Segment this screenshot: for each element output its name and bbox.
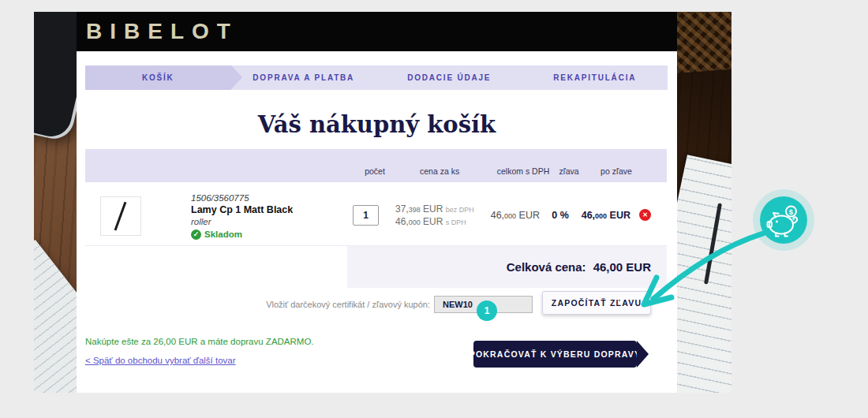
discount-cell: 0 % (542, 210, 578, 221)
continue-button-label: POKRAČOVAŤ K VÝBERU DOPRAVY (470, 349, 642, 359)
unit-price-ex-vat: 37,398 EUR bez DPH (395, 203, 474, 216)
brand-logo[interactable]: BIBELOT (86, 12, 238, 51)
header-unit-price: cena za ks (420, 166, 459, 176)
quantity-input[interactable] (353, 205, 379, 226)
stock-label: Skladom (204, 229, 242, 241)
step-label: DOPRAVA A PLATBA (253, 73, 354, 82)
remove-item-icon[interactable]: ✕ (639, 209, 651, 221)
product-thumbnail[interactable] (100, 196, 141, 236)
free-shipping-note: Nakúpte ešte za 26,00 EUR a máte dopravu… (85, 337, 314, 346)
continue-to-shipping-button[interactable]: POKRAČOVAŤ K VÝBERU DOPRAVY (473, 341, 637, 368)
step-label: KOŠÍK (142, 73, 174, 82)
step-label: DODACIE ÚDAJE (407, 73, 491, 82)
total-inc-vat-cell: 46,000 EUR (467, 210, 540, 221)
header-quantity: počet (351, 166, 398, 176)
step-doprava-a-platba[interactable]: DOPRAVA A PLATBA (231, 65, 377, 90)
header-after-discount: po zľave (585, 166, 648, 176)
back-to-shop-link[interactable]: < Späť do obchodu vybrať ďalší tovar (85, 356, 236, 365)
product-sku: 1506/3560775 (191, 192, 293, 204)
step-rekapitulacia[interactable]: REKAPITULÁCIA (522, 65, 668, 90)
step-dodacie-udaje[interactable]: DODACIE ÚDAJE (376, 65, 522, 90)
total-label: Celková cena: (507, 260, 586, 274)
check-icon: ✓ (191, 230, 201, 240)
annotation-badge: 1 (477, 300, 497, 321)
step-kosik[interactable]: KOŠÍK (85, 65, 231, 90)
total-value: 46,00 EUR (593, 260, 651, 274)
step-label: REKAPITULÁCIA (553, 73, 636, 82)
page-title: Váš nákupný košík (77, 110, 677, 139)
screenshot-stage: BIBELOT KOŠÍK DOPRAVA A PLATBA DODACIE Ú… (0, 0, 868, 418)
checkout-steps: KOŠÍK DOPRAVA A PLATBA DODACIE ÚDAJE REK… (85, 65, 668, 90)
pen-product-image (114, 202, 126, 231)
cart-table-header: počet cena za ks celkom s DPH zľava po z… (85, 149, 667, 182)
product-name[interactable]: Lamy Cp 1 Matt Black (191, 204, 293, 216)
unit-price-cell: 37,398 EUR bez DPH 46,000 EUR s DPH (395, 203, 474, 228)
unit-price-inc-vat: 46,000 EUR s DPH (395, 216, 474, 229)
piggy-bank-icon: $ (760, 196, 807, 244)
coupon-label: Vložiť darčekový certifikát / zľavový ku… (195, 300, 430, 309)
apply-discount-button[interactable]: ZAPOČÍTAŤ ZĽAVU (542, 291, 651, 315)
svg-text:$: $ (789, 207, 794, 216)
cart-total: Celková cena:46,00 EUR (347, 246, 667, 288)
cart-item-row: 1506/3560775 Lamy Cp 1 Matt Black roller… (77, 182, 677, 244)
stock-status: ✓ Skladom (191, 229, 293, 241)
checkout-card: BIBELOT KOŠÍK DOPRAVA A PLATBA DODACIE Ú… (77, 12, 677, 393)
site-header: BIBELOT (77, 12, 677, 51)
product-info: 1506/3560775 Lamy Cp 1 Matt Black roller… (191, 192, 293, 241)
product-variant: roller (191, 216, 293, 228)
after-discount-cell: 46,000 EUR (578, 210, 630, 221)
